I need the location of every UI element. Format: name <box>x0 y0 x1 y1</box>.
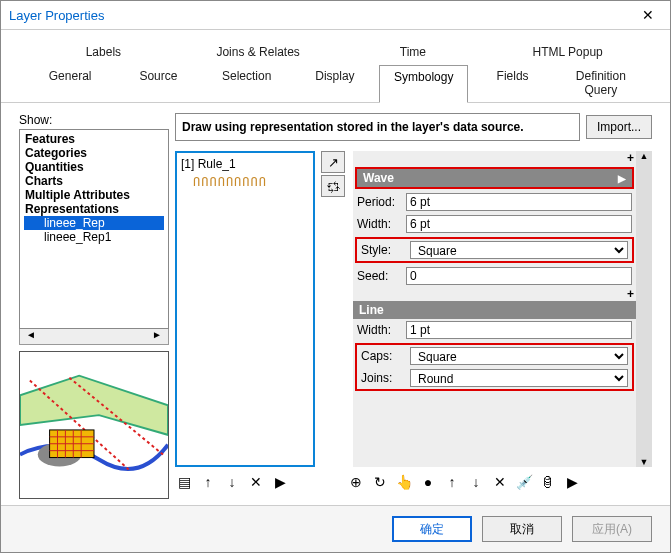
left-column: Show: Features Categories Quantities Cha… <box>19 113 169 499</box>
window-title: Layer Properties <box>9 8 104 23</box>
prop-toolbar: ⊕ ↻ 👆 ● ↑ ↓ ✕ 💉 🛢 ▶ <box>347 473 581 491</box>
link-icon[interactable]: ⮔ <box>321 175 345 197</box>
description-bar: Draw using representation stored in the … <box>175 113 652 141</box>
right-column: Draw using representation stored in the … <box>175 113 652 499</box>
tool-play-icon[interactable]: ▶ <box>563 473 581 491</box>
wave-style-row: Style: Square <box>357 239 632 261</box>
show-item-charts[interactable]: Charts <box>24 174 164 188</box>
titlebar: Layer Properties ✕ <box>1 1 670 30</box>
wave-period-row: Period: <box>353 191 636 213</box>
wave-seed-input[interactable] <box>406 267 632 285</box>
wave-expand-icon[interactable]: ▶ <box>618 173 626 184</box>
show-list[interactable]: Features Categories Quantities Charts Mu… <box>19 129 169 329</box>
tabs-upper: Labels Joins & Relates Time HTML Popup <box>1 30 670 64</box>
tab-source[interactable]: Source <box>114 64 202 102</box>
show-item-multiple-attributes[interactable]: Multiple Attributes <box>24 188 164 202</box>
tabs-lower: General Source Selection Display Symbolo… <box>1 64 670 103</box>
rule-wave-glyph: ՈՈՈՈՈՈՈՈՈ <box>181 175 309 189</box>
highlight-wave-style: Style: Square <box>355 237 634 263</box>
layer-properties-dialog: Layer Properties ✕ Labels Joins & Relate… <box>0 0 671 553</box>
line-caps-row: Caps: Square <box>357 345 632 367</box>
rule-tree-icon[interactable]: ▤ <box>175 473 193 491</box>
highlight-wave-header: Wave ▶ <box>355 167 634 189</box>
tool-down-icon[interactable]: ↓ <box>467 473 485 491</box>
line-width-row: Width: <box>353 319 636 341</box>
scroll-left-icon[interactable]: ◄ <box>20 329 42 344</box>
show-item-representations[interactable]: Representations <box>24 202 164 216</box>
tool-delete-icon[interactable]: ✕ <box>491 473 509 491</box>
tab-joins-relates[interactable]: Joins & Relates <box>181 40 336 64</box>
line-joins-row: Joins: Round <box>357 367 632 389</box>
wave-width-label: Width: <box>357 217 402 231</box>
wave-seed-row: Seed: <box>353 265 636 287</box>
props-panel: + Wave ▶ Period: Width: <box>353 151 652 467</box>
tool-dot-icon[interactable]: ● <box>419 473 437 491</box>
line-header[interactable]: Line <box>353 301 636 319</box>
wave-period-input[interactable] <box>406 193 632 211</box>
scroll-right-icon[interactable]: ► <box>146 329 168 344</box>
content-area: Show: Features Categories Quantities Cha… <box>1 103 670 505</box>
description-text: Draw using representation stored in the … <box>175 113 580 141</box>
tab-definition-query[interactable]: Definition Query <box>557 64 645 102</box>
tool-add-icon[interactable]: ⊕ <box>347 473 365 491</box>
add-layer-plus-top[interactable]: + <box>353 151 636 165</box>
apply-button[interactable]: 应用(A) <box>572 516 652 542</box>
mid-row: [1] Rule_1 ՈՈՈՈՈՈՈՈՈ ↗ ⮔ + Wave ▶ <box>175 151 652 467</box>
tab-html-popup[interactable]: HTML Popup <box>490 40 645 64</box>
tab-fields[interactable]: Fields <box>468 64 556 102</box>
wave-period-label: Period: <box>357 195 402 209</box>
line-header-label: Line <box>359 303 384 317</box>
close-icon[interactable]: ✕ <box>634 7 662 23</box>
show-item-quantities[interactable]: Quantities <box>24 160 164 174</box>
ok-button[interactable]: 确定 <box>392 516 472 542</box>
rule-up-icon[interactable]: ↑ <box>199 473 217 491</box>
tab-labels[interactable]: Labels <box>26 40 181 64</box>
rule-box[interactable]: [1] Rule_1 ՈՈՈՈՈՈՈՈՈ <box>175 151 315 467</box>
show-label: Show: <box>19 113 169 127</box>
line-width-label: Width: <box>357 323 402 337</box>
wave-style-select[interactable]: Square <box>410 241 628 259</box>
wave-width-input[interactable] <box>406 215 632 233</box>
tab-general[interactable]: General <box>26 64 114 102</box>
tool-hand-icon[interactable]: 👆 <box>395 473 413 491</box>
scroll-down-icon[interactable]: ▼ <box>640 457 649 467</box>
props-scrollbar[interactable]: ▲ ▼ <box>636 151 652 467</box>
line-joins-label: Joins: <box>361 371 406 385</box>
rule-play-icon[interactable]: ▶ <box>271 473 289 491</box>
tool-refresh-icon[interactable]: ↻ <box>371 473 389 491</box>
preview-thumbnail <box>19 351 169 499</box>
side-icons: ↗ ⮔ <box>321 151 347 467</box>
tab-display[interactable]: Display <box>291 64 379 102</box>
wave-header[interactable]: Wave ▶ <box>357 169 632 187</box>
show-hscroll[interactable]: ◄ ► <box>19 329 169 345</box>
wave-seed-label: Seed: <box>357 269 402 283</box>
line-width-input[interactable] <box>406 321 632 339</box>
tab-time[interactable]: Time <box>336 40 491 64</box>
add-layer-plus-mid[interactable]: + <box>353 287 636 301</box>
wave-width-row: Width: <box>353 213 636 235</box>
show-item-features[interactable]: Features <box>24 132 164 146</box>
dialog-footer: 确定 取消 应用(A) <box>1 505 670 552</box>
show-item-lineee-rep[interactable]: lineee_Rep <box>24 216 164 230</box>
line-joins-select[interactable]: Round <box>410 369 628 387</box>
tool-picker-icon[interactable]: 💉 <box>515 473 533 491</box>
highlight-line-caps-joins: Caps: Square Joins: Round <box>355 343 634 391</box>
tab-selection[interactable]: Selection <box>203 64 291 102</box>
wave-header-label: Wave <box>363 171 394 185</box>
tool-db-icon[interactable]: 🛢 <box>539 473 557 491</box>
arrow-icon[interactable]: ↗ <box>321 151 345 173</box>
rule-down-icon[interactable]: ↓ <box>223 473 241 491</box>
rule-label: [1] Rule_1 <box>181 157 309 171</box>
import-button[interactable]: Import... <box>586 115 652 139</box>
cancel-button[interactable]: 取消 <box>482 516 562 542</box>
show-item-categories[interactable]: Categories <box>24 146 164 160</box>
line-caps-label: Caps: <box>361 349 406 363</box>
rule-delete-icon[interactable]: ✕ <box>247 473 265 491</box>
tool-up-icon[interactable]: ↑ <box>443 473 461 491</box>
tab-symbology[interactable]: Symbology <box>379 65 468 103</box>
rule-toolbar: ▤ ↑ ↓ ✕ ▶ <box>175 473 347 491</box>
wave-style-label: Style: <box>361 243 406 257</box>
show-item-lineee-rep1[interactable]: lineee_Rep1 <box>24 230 164 244</box>
scroll-up-icon[interactable]: ▲ <box>640 151 649 161</box>
line-caps-select[interactable]: Square <box>410 347 628 365</box>
